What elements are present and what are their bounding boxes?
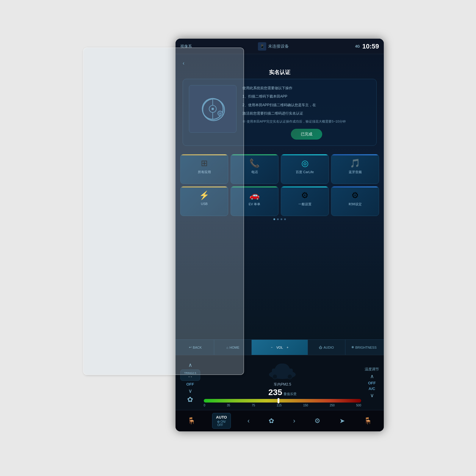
app-tile-clock-settings[interactable]: ⚙ 时钟设定 xyxy=(331,186,379,216)
app-tile-carlife[interactable]: ◎ 百度 CarLife xyxy=(281,154,329,184)
bluetooth-label: 蓝牙音频 xyxy=(349,170,362,174)
right-temp-up-button[interactable]: ∧ xyxy=(370,373,374,380)
fan-speed-display: TRING2.5 - - xyxy=(180,369,200,381)
confirm-button[interactable]: 已完成 xyxy=(291,129,322,140)
temp-up-button[interactable]: ∧ xyxy=(188,362,192,368)
back-nav-text: BACK xyxy=(193,346,202,349)
carlife-icon: ◎ xyxy=(301,159,309,167)
connection-status: 未连接设备 xyxy=(268,44,289,49)
app-tile-phone[interactable]: 📞 电话 xyxy=(231,154,278,184)
bluetooth-icon: 🎵 xyxy=(350,159,360,167)
home-icon: ⌂ xyxy=(226,346,228,349)
app-tile-general-settings[interactable]: ⚙ 一般设置 xyxy=(281,186,329,216)
brightness-nav-button[interactable]: ❋ BRIGHTNESS xyxy=(345,340,383,355)
app-grid: ⊞ 所有应用 📞 电话 ◎ 百度 CarLife 🎵 蓝牙音频 xyxy=(180,154,379,216)
climate-settings-icon: ⚙ xyxy=(314,417,320,425)
svg-point-0 xyxy=(202,98,223,119)
ev-icon: 🚗 xyxy=(249,191,260,200)
main-content: ‹ 实名认证 xyxy=(176,54,384,355)
pm-indicator xyxy=(278,398,279,403)
dot-2 xyxy=(277,218,279,220)
status-left-label: 视像系 xyxy=(180,44,192,49)
svg-point-2 xyxy=(212,108,214,110)
nav-bar: ↩ BACK ⌂ HOME － VOL ＋ ⏻ AUDIO ❋ xyxy=(176,339,384,355)
svg-text:⊕: ⊕ xyxy=(219,112,221,115)
signal-label: 4G xyxy=(355,44,360,48)
svg-rect-8 xyxy=(272,369,293,375)
all-apps-icon: ⊞ xyxy=(201,159,208,167)
svg-point-9 xyxy=(273,374,277,379)
back-nav-button[interactable]: ↩ BACK xyxy=(177,340,214,355)
ev-label: EV 单单 xyxy=(249,202,261,206)
fan-speed-label: TRING2.5 xyxy=(184,372,196,375)
clock-settings-icon: ⚙ xyxy=(351,191,359,200)
dialog-box: ⊕ 使用此系统前您需要做以下操作 1、扫描二维码下载本田APP 2、使用本田AP… xyxy=(183,79,377,146)
dialog-desc-4: 激活前您需要扫描二维码进行实名认证 xyxy=(242,110,370,116)
direction-button[interactable]: ➤ xyxy=(337,416,347,426)
status-left: 视像系 xyxy=(180,44,192,49)
status-bar: 视像系 📱 未连接设备 4G 10:59 xyxy=(176,39,384,54)
left-temp: OFF xyxy=(186,382,194,386)
audio-nav-text: AUDIO xyxy=(323,346,334,349)
svg-point-5 xyxy=(218,111,223,116)
app-tile-usb[interactable]: ⚡ USB xyxy=(180,186,228,216)
audio-nav-button[interactable]: ⏻ AUDIO xyxy=(308,340,345,355)
vol-minus-button[interactable]: － xyxy=(270,345,273,350)
vol-nav-button: － VOL ＋ xyxy=(252,340,308,355)
phone-icon: 📞 xyxy=(249,159,260,167)
dialog-desc-2: 1、扫描二维码下载本田APP xyxy=(242,93,370,99)
brightness-nav-text: BRIGHTNESS xyxy=(355,346,377,349)
general-settings-label: 一般设置 xyxy=(298,202,311,206)
dot-1 xyxy=(273,218,275,220)
device-icon: 📱 xyxy=(258,42,266,51)
usb-label: USB xyxy=(201,202,208,206)
svg-point-10 xyxy=(287,374,292,379)
app-tile-bluetooth[interactable]: 🎵 蓝牙音频 xyxy=(331,154,379,184)
auto-button[interactable]: AUTO ✿ ON/OFF xyxy=(212,413,231,429)
climate-center: 车内PM2.5 235 量值乐受 0 35 75 115 150 250 500 xyxy=(204,358,361,407)
prev-button[interactable]: ‹ xyxy=(245,416,252,426)
right-temp-down-button[interactable]: ∨ xyxy=(370,392,374,399)
next-button[interactable]: › xyxy=(291,416,298,426)
usb-icon: ⚡ xyxy=(199,191,209,200)
dialog-desc-3: 2、使用本田APP扫描二维码确认您是车主，在 xyxy=(242,102,370,108)
climate-settings-button[interactable]: ⚙ xyxy=(312,416,323,426)
on-off-label: ✿ ON/OFF xyxy=(217,420,226,427)
dialog-note: ※ 使用本田APP完交实名认证操作成功后，验证须花大概需要5~10分钟 xyxy=(242,119,370,124)
screen-wrapper: 视像系 📱 未连接设备 4G 10:59 ‹ 实名认证 xyxy=(74,30,402,446)
auto-label: AUTO xyxy=(216,415,227,419)
home-nav-text: HOME xyxy=(229,346,239,349)
pm-scale: 0 35 75 115 150 250 500 xyxy=(204,404,361,407)
qr-code-area: ⊕ xyxy=(189,85,237,133)
home-nav-button[interactable]: ⌂ HOME xyxy=(214,340,252,355)
ac-label: A/C xyxy=(369,386,375,391)
rear-heat-icon: 🪑 xyxy=(364,417,372,425)
vol-plus-button[interactable]: ＋ xyxy=(286,345,289,350)
back-nav-label: ↩ xyxy=(189,345,192,349)
app-tile-all-apps[interactable]: ⊞ 所有应用 xyxy=(180,154,228,184)
status-center: 📱 未连接设备 xyxy=(258,42,289,51)
direction-icon: ➤ xyxy=(339,417,345,425)
dot-4 xyxy=(284,218,286,220)
pm-label: 车内PM2.5 xyxy=(274,382,291,387)
all-apps-label: 所有应用 xyxy=(198,170,211,174)
page-dots xyxy=(180,218,379,220)
climate-right: 温度调节 ∧ OFF A/C ∨ xyxy=(365,367,379,399)
climate-area: ∧ TRING2.5 - - OFF ∨ ✿ xyxy=(176,355,384,410)
temp-down-button[interactable]: ∨ xyxy=(188,388,192,394)
rear-heat-button[interactable]: 🪑 xyxy=(361,416,374,426)
back-button[interactable]: ‹ xyxy=(183,60,184,66)
bottom-controls: 🪑 AUTO ✿ ON/OFF ‹ ✿ › ⚙ ➤ 🪑 xyxy=(176,410,384,431)
brightness-icon: ❋ xyxy=(351,345,354,349)
power-icon: ⏻ xyxy=(319,346,322,349)
seat-heat-button[interactable]: 🪑 xyxy=(185,416,198,426)
fan-speed-button[interactable]: ✿ xyxy=(266,416,276,426)
app-tile-ev[interactable]: 🚗 EV 单单 xyxy=(231,186,278,216)
qr-icon: ⊕ xyxy=(201,97,225,121)
pm-unit: 量值乐受 xyxy=(284,392,297,396)
pm-bar xyxy=(204,399,361,403)
right-climate-label: 温度调节 xyxy=(365,367,379,372)
prev-icon: ‹ xyxy=(248,417,250,425)
fan-speed-value: - - xyxy=(184,375,196,379)
app-grid-area: ⊞ 所有应用 📞 电话 ◎ 百度 CarLife 🎵 蓝牙音频 xyxy=(176,151,384,339)
